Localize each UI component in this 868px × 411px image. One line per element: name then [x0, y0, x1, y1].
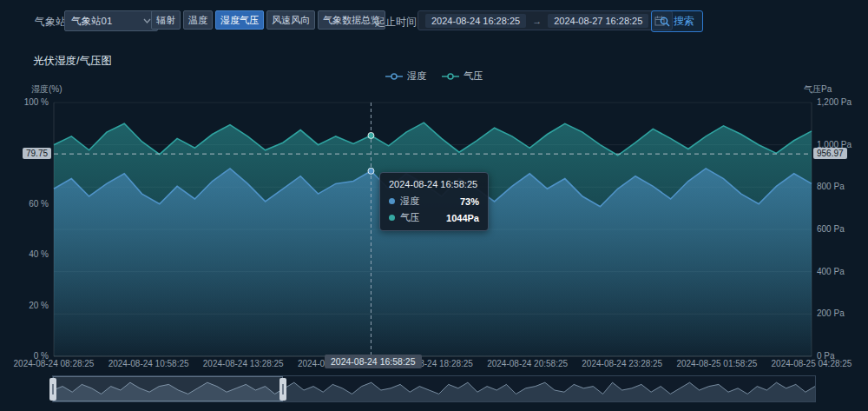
zoom-handle-left[interactable]: [49, 378, 56, 401]
tooltip-title: 2024-08-24 16:58:25: [389, 179, 479, 189]
axis-tick: 100 %: [0, 97, 49, 107]
tooltip-humidity-value: 73%: [446, 196, 479, 207]
tooltip-humidity-label: 湿度: [400, 195, 419, 208]
humidity-dot-icon: [389, 198, 395, 204]
weather-station-dashboard: 气象站 气象站01 辐射 温度 湿度气压 风速风向 气象数据总览 起止时间 20…: [0, 0, 868, 411]
axis-tick: 800 Pa: [817, 182, 845, 191]
axis-tick: 600 Pa: [817, 224, 845, 234]
axis-tick: 60 %: [0, 199, 49, 209]
tooltip-pressure-value: 1044Pa: [432, 213, 479, 223]
axis-tick: 20 %: [0, 301, 49, 310]
tooltip-row-pressure: 气压 1044Pa: [389, 211, 479, 224]
tooltip-pressure-label: 气压: [400, 211, 419, 224]
axis-tick: 40 %: [0, 249, 49, 259]
left-axis-marker: 79.75: [23, 148, 51, 159]
pressure-dot-icon: [389, 215, 395, 221]
axis-tick: 2024-08-25 04:28:25: [755, 359, 868, 368]
data-zoom-slider[interactable]: [52, 375, 816, 402]
zoom-window[interactable]: [53, 376, 283, 401]
tooltip-row-humidity: 湿度 73%: [389, 195, 479, 208]
axis-tick: 400 Pa: [817, 267, 845, 276]
axis-tick: 1,200 Pa: [817, 97, 852, 107]
zoom-handle-right[interactable]: [279, 378, 286, 401]
chart-tooltip: 2024-08-24 16:58:25 湿度 73% 气压 1044Pa: [379, 172, 489, 231]
axis-pointer-label: 2024-08-24 16:58:25: [325, 355, 422, 368]
axis-tick: 200 Pa: [817, 308, 845, 318]
right-axis-marker: 956.97: [813, 148, 847, 159]
